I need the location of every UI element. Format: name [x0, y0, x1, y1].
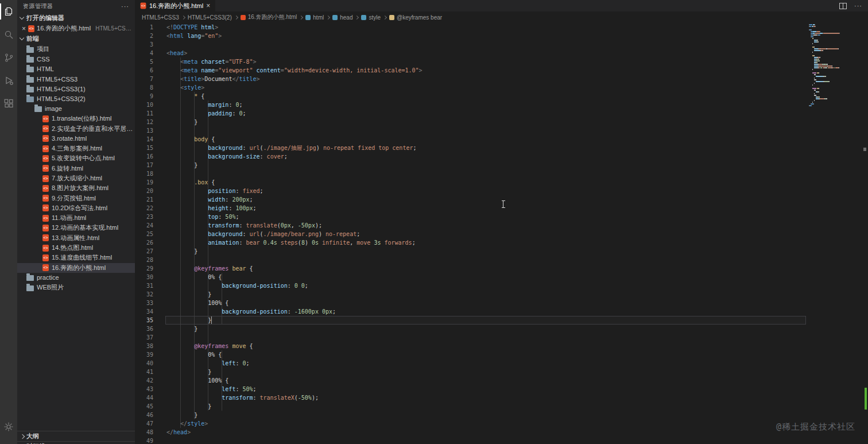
- tree-item[interactable]: 5.改变旋转中心点.html: [17, 153, 135, 163]
- settings-icon[interactable]: [0, 415, 17, 438]
- code-line[interactable]: 10 margin: 0;: [135, 101, 868, 109]
- code-line[interactable]: 37: [135, 333, 868, 342]
- code-line[interactable]: 46 }: [135, 411, 868, 419]
- breadcrumb-item[interactable]: style: [361, 14, 381, 21]
- code-line[interactable]: 41 }: [135, 368, 868, 376]
- tree-item[interactable]: WEB照片: [17, 283, 135, 292]
- tree-item[interactable]: 2.实现盒子的垂直和水平居中对齐.html: [17, 123, 135, 133]
- tree-item[interactable]: 15.速度曲线细节.html: [17, 253, 135, 262]
- code-line[interactable]: 20 position: fixed;: [135, 187, 868, 195]
- tree-item[interactable]: image: [17, 104, 135, 114]
- tree-item[interactable]: 13.动画属性.html: [17, 233, 135, 243]
- tree-item[interactable]: 14.热点图.html: [17, 243, 135, 253]
- code-line[interactable]: 34 background-position: -1600px 0px;: [135, 307, 868, 316]
- code-line[interactable]: 30 0% {: [135, 273, 868, 281]
- code-line[interactable]: 5 <meta charset="UTF-8">: [135, 57, 868, 66]
- code-line[interactable]: 47 </style>: [135, 419, 868, 428]
- code-line[interactable]: 39 0% {: [135, 350, 868, 359]
- extensions-icon[interactable]: [0, 92, 17, 115]
- close-icon[interactable]: ×: [22, 25, 26, 32]
- code-line[interactable]: 7 <title>Document</title>: [135, 75, 868, 83]
- explorer-icon[interactable]: [0, 0, 17, 23]
- code-line[interactable]: 44 transform: translateX(-50%);: [135, 393, 868, 402]
- code-line[interactable]: 42 100% {: [135, 376, 868, 385]
- code-line[interactable]: 14 body {: [135, 135, 868, 144]
- tree-item[interactable]: 7.放大或缩小.html: [17, 173, 135, 183]
- code-line[interactable]: 16 background-size: cover;: [135, 152, 868, 161]
- code-line[interactable]: 48</head>: [135, 428, 868, 437]
- breadcrumb-item[interactable]: 16.奔跑的小熊.html: [241, 13, 297, 21]
- outline-section-header[interactable]: 大纲: [17, 431, 135, 441]
- code-line[interactable]: 28: [135, 256, 868, 264]
- code-line[interactable]: 13: [135, 126, 868, 135]
- code-line[interactable]: 32 }: [135, 290, 868, 299]
- run-debug-icon[interactable]: [0, 69, 17, 92]
- tree-item[interactable]: 4.三角形案例.html: [17, 144, 135, 153]
- code-line[interactable]: 25 background: url(./image/bear.png) no-…: [135, 230, 868, 238]
- code-line[interactable]: 22 height: 100px;: [135, 204, 868, 213]
- code-line[interactable]: 11 padding: 0;: [135, 109, 868, 118]
- code-line[interactable]: 40 left: 0;: [135, 359, 868, 368]
- code-line[interactable]: 38 @keyframes move {: [135, 342, 868, 350]
- tree-item[interactable]: 9.分页按钮.html: [17, 193, 135, 203]
- code-line[interactable]: 4<head>: [135, 49, 868, 57]
- tab-active[interactable]: 16.奔跑的小熊.html ×: [135, 0, 215, 11]
- workspace-root-header[interactable]: 前端: [17, 33, 135, 44]
- code-line[interactable]: 18: [135, 169, 868, 178]
- code-line[interactable]: 31 background-position: 0 0;: [135, 281, 868, 290]
- code-line[interactable]: 23 top: 50%;: [135, 213, 868, 221]
- breadcrumb-item[interactable]: @keyframes bear: [389, 14, 442, 21]
- tree-item[interactable]: 项目: [17, 44, 135, 54]
- tree-item[interactable]: 8.图片放大案例.html: [17, 183, 135, 193]
- code-line[interactable]: 29 @keyframes bear {: [135, 264, 868, 273]
- code-line[interactable]: 2<html lang="en">: [135, 32, 868, 40]
- tree-item[interactable]: 10.2D综合写法.html: [17, 203, 135, 213]
- code-line[interactable]: 27 }: [135, 247, 868, 256]
- open-editors-header[interactable]: 打开的编辑器: [17, 13, 135, 24]
- code-line[interactable]: 21 width: 200px;: [135, 195, 868, 204]
- breadcrumb-item[interactable]: HTML5+CSS3(2): [188, 14, 232, 21]
- timeline-section-header[interactable]: 时间线: [17, 441, 135, 444]
- tree-item[interactable]: 3.rotate.html: [17, 134, 135, 144]
- tree-item[interactable]: 16.奔跑的小熊.html: [17, 263, 135, 273]
- code-line[interactable]: 19 .box {: [135, 178, 868, 187]
- code-line[interactable]: 26 animation: bear 0.4s steps(8) 0s infi…: [135, 238, 868, 247]
- code-line[interactable]: 35 }: [135, 316, 868, 325]
- code-line[interactable]: 1<!DOCTYPE html>: [135, 23, 868, 32]
- code-line[interactable]: 49: [135, 437, 868, 444]
- sidebar-more-actions-icon[interactable]: ···: [121, 3, 129, 10]
- tree-item[interactable]: HTML5+CSS3(1): [17, 84, 135, 94]
- breadcrumb-item[interactable]: head: [332, 14, 352, 21]
- tree-item[interactable]: CSS: [17, 54, 135, 64]
- code-line[interactable]: 8 <style>: [135, 83, 868, 92]
- code-line[interactable]: 3: [135, 40, 868, 49]
- code-line[interactable]: 33 100% {: [135, 299, 868, 307]
- tree-item[interactable]: HTML5+CSS3: [17, 74, 135, 84]
- breadcrumb-item[interactable]: HTML5+CSS3: [142, 14, 179, 21]
- tree-item[interactable]: HTML: [17, 64, 135, 74]
- code-line[interactable]: 45 }: [135, 402, 868, 411]
- editor-more-actions-icon[interactable]: ···: [854, 2, 862, 9]
- code-line[interactable]: 43 left: 50%;: [135, 385, 868, 393]
- tree-item[interactable]: 12.动画的基本实现.html: [17, 223, 135, 233]
- tree-item[interactable]: 1.translate(位移).html: [17, 114, 135, 123]
- code-line[interactable]: 12 }: [135, 118, 868, 126]
- search-icon[interactable]: [0, 23, 17, 46]
- split-editor-icon[interactable]: [839, 3, 847, 9]
- code-line[interactable]: 36 }: [135, 325, 868, 333]
- code-editor[interactable]: 1<!DOCTYPE html>2<html lang="en">34<head…: [135, 23, 868, 444]
- minimap[interactable]: [809, 24, 857, 109]
- code-line[interactable]: 24 transform: translate(0px, -50px);: [135, 221, 868, 230]
- tree-item[interactable]: HTML5+CSS3(2): [17, 94, 135, 103]
- breadcrumb-item[interactable]: html: [305, 14, 324, 21]
- open-editor-item[interactable]: × 16.奔跑的小熊.html HTML5+CSS3...: [17, 24, 135, 33]
- tab-close-icon[interactable]: ×: [206, 2, 210, 9]
- code-line[interactable]: 17 }: [135, 161, 868, 169]
- tree-item[interactable]: 11.动画.html: [17, 213, 135, 223]
- code-line[interactable]: 9 * {: [135, 92, 868, 101]
- tree-item[interactable]: practice: [17, 273, 135, 283]
- source-control-icon[interactable]: [0, 46, 17, 69]
- code-line[interactable]: 15 background: url(./image/抽屉.jpg) no-re…: [135, 144, 868, 152]
- code-line[interactable]: 6 <meta name="viewport" content="width=d…: [135, 66, 868, 75]
- tree-item[interactable]: 6.旋转.html: [17, 164, 135, 173]
